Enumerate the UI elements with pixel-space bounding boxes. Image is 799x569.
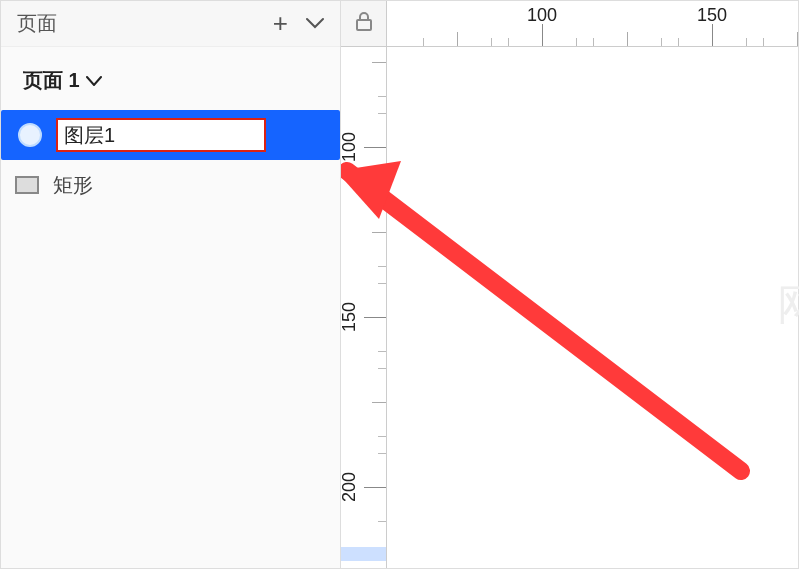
pages-panel-header: 页面 + (1, 1, 340, 47)
layer-list: 矩形 (1, 110, 340, 210)
panel-title: 页面 (17, 10, 57, 37)
ruler-label: 150 (697, 5, 727, 26)
expand-page-icon[interactable] (86, 70, 102, 91)
layer-item[interactable]: 矩形 (1, 160, 340, 210)
pages-panel: 页面 + 页面 1 矩形 (1, 1, 341, 568)
svg-rect-0 (357, 20, 371, 30)
ruler-label: 150 (341, 302, 360, 332)
add-page-icon[interactable]: + (273, 8, 288, 39)
watermark-text: 网 (777, 277, 799, 333)
canvas[interactable]: 网 (387, 47, 798, 568)
rectangle-icon (15, 176, 39, 194)
ruler-corner (341, 1, 387, 47)
circle-icon (18, 123, 42, 147)
layer-item-selected[interactable] (1, 110, 340, 160)
ruler-label: 100 (527, 5, 557, 26)
layer-label: 矩形 (53, 172, 93, 199)
page-name: 页面 1 (23, 67, 80, 94)
ruler-selection-indicator (341, 547, 387, 561)
lock-icon[interactable] (355, 12, 373, 36)
collapse-icon[interactable] (306, 15, 324, 33)
ruler-label: 100 (341, 132, 360, 162)
layer-rename-input[interactable] (56, 118, 266, 152)
canvas-area: 100 150 100 150 200 (341, 1, 798, 568)
ruler-label: 200 (341, 472, 360, 502)
horizontal-ruler[interactable]: 100 150 (387, 1, 798, 47)
vertical-ruler[interactable]: 100 150 200 (341, 47, 387, 568)
page-item[interactable]: 页面 1 (1, 47, 340, 110)
